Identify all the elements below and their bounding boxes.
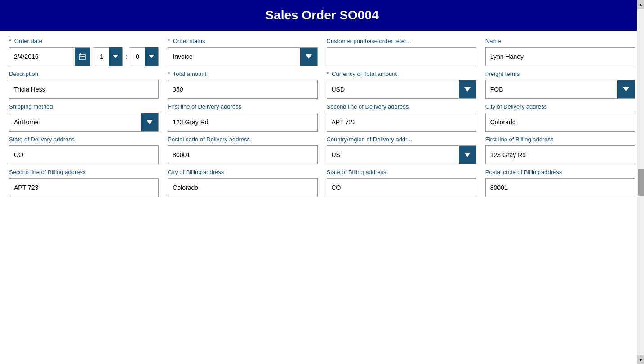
shipping-method-dropdown-btn[interactable]	[141, 113, 158, 131]
billing-addr2-input[interactable]	[9, 178, 159, 197]
billing-postal-input[interactable]	[485, 178, 635, 197]
delivery-postal-field: Postal code of Delivery address	[168, 136, 317, 164]
description-label: Description	[9, 70, 159, 77]
page-title: Sales Order SO004	[0, 0, 644, 31]
delivery-postal-input[interactable]	[168, 145, 317, 164]
scroll-thumb[interactable]	[638, 169, 644, 196]
billing-addr2-label: Second line of Billing address	[9, 169, 159, 175]
order-status-dropdown[interactable]	[168, 47, 317, 66]
form-row-5: Second line of Billing address City of B…	[9, 169, 635, 197]
billing-state-label: State of Billing address	[327, 169, 476, 175]
delivery-country-label: Country/region of Delivery addr...	[327, 136, 476, 143]
form-container: * Order date	[0, 31, 644, 209]
time-colon: :	[124, 47, 128, 66]
delivery-city-label: City of Delivery address	[485, 103, 635, 110]
order-status-label: * Order status	[168, 38, 317, 44]
svg-marker-7	[464, 87, 471, 92]
billing-city-field: City of Billing address	[168, 169, 317, 197]
delivery-addr2-input[interactable]	[327, 113, 476, 132]
delivery-addr2-label: Second line of Delivery address	[327, 103, 476, 110]
delivery-addr2-field: Second line of Delivery address	[327, 103, 476, 132]
delivery-country-dropdown[interactable]	[327, 145, 476, 164]
total-amount-field: * Total amount	[168, 70, 317, 99]
billing-city-label: City of Billing address	[168, 169, 317, 175]
delivery-country-input[interactable]	[327, 146, 459, 164]
delivery-postal-label: Postal code of Delivery address	[168, 136, 317, 143]
date-row: :	[9, 47, 159, 66]
billing-postal-label: Postal code of Billing address	[485, 169, 635, 175]
freight-terms-dropdown-btn[interactable]	[617, 80, 635, 98]
billing-state-field: State of Billing address	[327, 169, 476, 197]
shipping-method-label: Shipping method	[9, 103, 159, 110]
order-status-input[interactable]	[168, 48, 300, 66]
currency-dropdown-btn[interactable]	[459, 80, 476, 98]
freight-terms-dropdown[interactable]	[485, 80, 635, 99]
svg-marker-8	[623, 87, 629, 92]
order-date-field: * Order date	[9, 38, 159, 66]
svg-marker-10	[464, 153, 471, 157]
shipping-method-input[interactable]	[9, 113, 141, 131]
customer-po-label: Customer purchase order refer...	[327, 38, 476, 44]
form-row-3: Shipping method First line of Delivery a…	[9, 103, 635, 132]
delivery-city-field: City of Delivery address	[485, 103, 635, 132]
svg-marker-5	[149, 55, 154, 58]
time-minute-select[interactable]	[130, 47, 159, 66]
scroll-up-arrow[interactable]: ▲	[637, 0, 644, 9]
time-hour-select[interactable]	[94, 47, 123, 66]
delivery-state-label: State of Delivery address	[9, 136, 159, 143]
shipping-method-field: Shipping method	[9, 103, 159, 132]
freight-terms-input[interactable]	[486, 80, 617, 98]
currency-dropdown[interactable]	[327, 80, 476, 99]
delivery-country-dropdown-btn[interactable]	[459, 146, 476, 164]
description-input[interactable]	[9, 80, 159, 99]
delivery-addr1-input[interactable]	[168, 113, 317, 132]
billing-state-input[interactable]	[327, 178, 476, 197]
form-row-1: * Order date	[9, 38, 635, 66]
freight-terms-field: Freight terms	[485, 70, 635, 99]
billing-addr2-field: Second line of Billing address	[9, 169, 159, 197]
scrollbar[interactable]: ▲ ▼	[637, 0, 644, 209]
svg-marker-9	[147, 120, 153, 124]
total-amount-input[interactable]	[168, 80, 317, 99]
svg-marker-4	[113, 55, 118, 58]
billing-addr1-label: First line of Billing address	[485, 136, 635, 143]
shipping-method-dropdown[interactable]	[9, 113, 159, 132]
freight-terms-label: Freight terms	[485, 70, 635, 77]
date-input-wrap[interactable]	[9, 47, 90, 66]
time-minute-dropdown[interactable]	[145, 47, 158, 66]
currency-field: * Currency of Total amount	[327, 70, 476, 99]
billing-postal-field: Postal code of Billing address	[485, 169, 635, 197]
form-row-4: State of Delivery address Postal code of…	[9, 136, 635, 164]
description-field: Description	[9, 70, 159, 99]
order-date-input[interactable]	[9, 48, 75, 66]
time-hour-dropdown[interactable]	[109, 47, 122, 66]
time-minute-input[interactable]	[130, 53, 145, 60]
name-field: Name	[485, 38, 635, 66]
calendar-button[interactable]	[75, 48, 90, 66]
customer-po-input[interactable]	[327, 47, 476, 66]
billing-addr1-field: First line of Billing address	[485, 136, 635, 164]
name-input[interactable]	[485, 47, 635, 66]
form-row-2: Description * Total amount * Currency of…	[9, 70, 635, 99]
total-amount-label: * Total amount	[168, 70, 317, 77]
order-status-field: * Order status	[168, 38, 317, 66]
delivery-addr1-field: First line of Delivery address	[168, 103, 317, 132]
svg-marker-6	[306, 54, 312, 59]
delivery-country-field: Country/region of Delivery addr...	[327, 136, 476, 164]
billing-addr1-input[interactable]	[485, 145, 635, 164]
order-date-label: * Order date	[9, 38, 159, 44]
billing-city-input[interactable]	[168, 178, 317, 197]
currency-label: * Currency of Total amount	[327, 70, 476, 77]
svg-rect-0	[79, 54, 85, 60]
time-hour-input[interactable]	[94, 53, 109, 60]
order-status-dropdown-btn[interactable]	[300, 48, 317, 66]
currency-input[interactable]	[327, 80, 459, 98]
delivery-addr1-label: First line of Delivery address	[168, 103, 317, 110]
delivery-state-field: State of Delivery address	[9, 136, 159, 164]
name-label: Name	[485, 38, 635, 44]
delivery-state-input[interactable]	[9, 145, 159, 164]
customer-po-field: Customer purchase order refer...	[327, 38, 476, 66]
delivery-city-input[interactable]	[485, 113, 635, 132]
